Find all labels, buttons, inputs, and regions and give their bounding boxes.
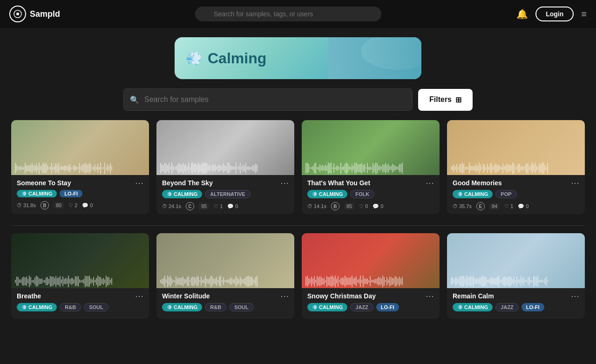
nav-search-input[interactable] xyxy=(195,7,381,21)
sample-title: Snowy Christmas Day xyxy=(307,292,376,300)
waveform-bar xyxy=(185,164,186,173)
sample-card[interactable]: Someone To Stay ⋯ 💨CALMINGLO-FI ⏱ 31.8s … xyxy=(11,120,149,214)
tag-calming[interactable]: 💨CALMING xyxy=(17,190,57,197)
login-button[interactable]: Login xyxy=(535,7,574,21)
more-options-icon[interactable]: ⋯ xyxy=(426,292,434,300)
tags-row: 💨CALMINGR&BSOUL xyxy=(17,303,143,311)
waveform-overlay xyxy=(156,161,294,175)
waveform-bar xyxy=(518,163,519,173)
waveform-bar xyxy=(350,167,351,169)
waveform-bar xyxy=(222,280,223,282)
filters-button[interactable]: Filters ⊞ xyxy=(418,89,473,111)
tag-soul[interactable]: SOUL xyxy=(84,303,108,311)
waveform-bar xyxy=(525,280,526,283)
waveform-bar xyxy=(452,277,453,285)
waveform-bar xyxy=(102,167,102,169)
waveform-bar xyxy=(192,162,193,174)
waveform-bar xyxy=(181,277,182,285)
tag-lo-fi[interactable]: LO-FI xyxy=(376,303,399,311)
waveform-bar xyxy=(547,280,548,282)
tag-folk[interactable]: FOLK xyxy=(350,190,374,198)
sample-card[interactable]: Snowy Christmas Day ⋯ 💨CALMINGJAZZLO-FI xyxy=(302,233,440,319)
sample-card[interactable]: Good Memories ⋯ 💨CALMINGPOP ⏱ 35.7s E 84… xyxy=(447,120,585,214)
clock-icon: ⏱ xyxy=(17,202,22,208)
tag-calming[interactable]: 💨CALMING xyxy=(307,190,347,198)
waveform-bar xyxy=(311,276,312,286)
waveform-bar xyxy=(169,277,169,285)
waveform-bar xyxy=(526,163,527,174)
waveform-bar xyxy=(209,278,210,284)
waveform-bar xyxy=(198,162,199,174)
tag-pop[interactable]: POP xyxy=(495,190,516,198)
waveform-bar xyxy=(230,277,231,285)
waveform-bar xyxy=(384,277,385,286)
tag-jazz[interactable]: JAZZ xyxy=(350,303,373,311)
waveform-bar xyxy=(476,278,477,284)
waveform-bar xyxy=(347,278,348,285)
sample-card[interactable]: Beyond The Sky ⋯ 💨CALMINGALTERNATIVE ⏱ 2… xyxy=(156,120,294,214)
waveform-bar xyxy=(96,167,97,170)
waveform-bar xyxy=(472,166,473,170)
waveform-bar xyxy=(456,277,457,285)
more-options-icon[interactable]: ⋯ xyxy=(571,292,579,300)
sample-card[interactable]: Winter Solitude ⋯ 💨CALMINGR&BSOUL xyxy=(156,233,294,319)
waveform-bar xyxy=(99,276,100,286)
waveform-bar xyxy=(463,164,464,173)
waveform-bar xyxy=(85,162,86,174)
waveform-bar xyxy=(399,276,400,286)
waveform-bar xyxy=(240,276,241,286)
more-options-icon[interactable]: ⋯ xyxy=(571,179,579,187)
waveform-bar xyxy=(180,164,181,172)
waveform-bar xyxy=(459,276,460,286)
tag-r&b[interactable]: R&B xyxy=(205,303,226,311)
tag-lo-fi[interactable]: LO-FI xyxy=(522,303,544,311)
waveform-bar xyxy=(44,280,45,283)
sample-card[interactable]: That's What You Get ⋯ 💨CALMINGFOLK ⏱ 14.… xyxy=(302,120,440,214)
waveform-bar xyxy=(46,163,47,174)
waveform-bar xyxy=(36,276,37,287)
waveform-bar xyxy=(521,167,522,170)
tag-alternative[interactable]: ALTERNATIVE xyxy=(205,190,250,198)
tag-calming[interactable]: 💨CALMING xyxy=(453,303,493,311)
waveform-bar xyxy=(509,164,510,172)
waveform-bar xyxy=(243,164,244,172)
more-options-icon[interactable]: ⋯ xyxy=(135,292,143,300)
tag-calming[interactable]: 💨CALMING xyxy=(162,190,202,198)
tag-calming[interactable]: 💨CALMING xyxy=(307,303,347,311)
waveform-bar xyxy=(97,276,98,287)
sample-search-input[interactable] xyxy=(123,88,413,111)
tag-r&b[interactable]: R&B xyxy=(60,303,81,311)
waveform-bar xyxy=(224,280,225,282)
sample-title: That's What You Get xyxy=(307,179,370,187)
menu-icon[interactable]: ≡ xyxy=(581,9,587,20)
waveform-bar xyxy=(462,162,463,174)
waveform-bar xyxy=(92,167,93,169)
waveform-bar xyxy=(476,164,477,172)
waveform-bar xyxy=(67,278,68,284)
waveform-bar xyxy=(544,165,545,171)
tag-calming[interactable]: 💨CALMING xyxy=(162,303,202,311)
waveform-bar xyxy=(227,162,228,174)
tag-calming[interactable]: 💨CALMING xyxy=(17,303,57,311)
sample-card[interactable]: Remain Calm ⋯ 💨CALMINGJAZZLO-FI xyxy=(447,233,585,319)
sample-info: Winter Solitude ⋯ 💨CALMINGR&BSOUL xyxy=(156,288,294,319)
sample-card[interactable]: Breathe ⋯ 💨CALMINGR&BSOUL xyxy=(11,233,149,319)
waveform-bar xyxy=(314,163,315,173)
more-options-icon[interactable]: ⋯ xyxy=(280,179,289,187)
tag-lo-fi[interactable]: LO-FI xyxy=(60,190,82,197)
tag-soul[interactable]: SOUL xyxy=(229,303,254,311)
waveform-bar xyxy=(335,276,336,287)
waveform-bar xyxy=(187,277,188,286)
waveform-bar xyxy=(64,166,65,171)
waveform-bar xyxy=(230,165,231,171)
logo[interactable]: Sampld xyxy=(9,6,60,22)
more-options-icon[interactable]: ⋯ xyxy=(135,179,143,187)
waveform-bar xyxy=(310,279,311,283)
more-options-icon[interactable]: ⋯ xyxy=(280,292,289,300)
notification-icon[interactable]: 🔔 xyxy=(516,8,528,20)
waveform-bar xyxy=(255,277,256,286)
more-options-icon[interactable]: ⋯ xyxy=(426,179,434,187)
tag-calming[interactable]: 💨CALMING xyxy=(453,190,493,198)
waveform-bar xyxy=(190,280,190,282)
tag-jazz[interactable]: JAZZ xyxy=(495,303,519,311)
